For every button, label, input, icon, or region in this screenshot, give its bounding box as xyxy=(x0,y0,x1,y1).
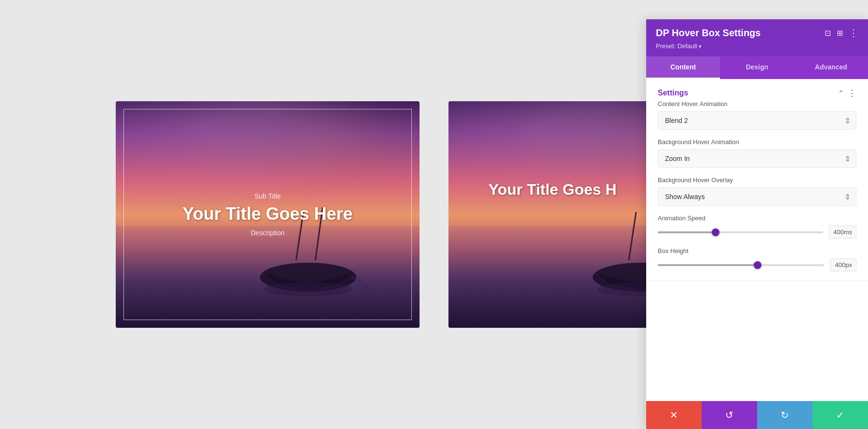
animation-speed-slider-container: 400ms xyxy=(658,226,856,239)
panel-tabs: Content Design Advanced xyxy=(646,56,868,79)
animation-speed-label: Animation Speed xyxy=(658,214,856,222)
panel-header-top: DP Hover Box Settings ⊡ ⊞ ⋮ xyxy=(656,27,858,39)
background-hover-animation-label: Background Hover Animation xyxy=(658,138,856,146)
tab-advanced[interactable]: Advanced xyxy=(794,56,868,79)
card2-text-overlay: Your Title Goes H xyxy=(479,181,722,203)
section-header: Settings ⌃ ⋮ xyxy=(658,88,856,98)
box-height-value: 400px xyxy=(830,258,856,271)
svg-line-4 xyxy=(629,212,636,260)
card1-text-overlay: Sub Title Your Title Goes Here Descripti… xyxy=(146,192,389,237)
background-hover-animation-field: Background Hover Animation Zoom In None … xyxy=(658,138,856,168)
animation-speed-thumb[interactable] xyxy=(712,228,719,236)
card2-title: Your Title Goes H xyxy=(479,181,722,199)
box-height-slider-wrapper xyxy=(658,264,824,266)
screenshot-icon[interactable]: ⊡ xyxy=(825,28,831,38)
svg-point-3 xyxy=(265,282,352,296)
box-height-field: Box Height 400px xyxy=(658,247,856,271)
box-height-label: Box Height xyxy=(658,247,856,255)
tab-content[interactable]: Content xyxy=(646,56,720,79)
tab-design[interactable]: Design xyxy=(720,56,794,79)
panel-footer: ✕ ↺ ↻ ✓ xyxy=(646,401,868,429)
settings-panel: DP Hover Box Settings ⊡ ⊞ ⋮ Preset: Defa… xyxy=(646,19,868,429)
panel-header: DP Hover Box Settings ⊡ ⊞ ⋮ Preset: Defa… xyxy=(646,19,868,56)
section-controls: ⌃ ⋮ xyxy=(838,88,856,98)
redo-button[interactable]: ↻ xyxy=(757,401,813,429)
background-hover-animation-select-wrapper: Zoom In None Zoom Out Fade ⇕ xyxy=(658,149,856,168)
section-chevron-icon[interactable]: ⌃ xyxy=(838,89,844,97)
card1-title: Your Title Goes Here xyxy=(146,204,389,224)
more-icon[interactable]: ⋮ xyxy=(849,27,858,39)
undo-button[interactable]: ↺ xyxy=(702,401,757,429)
settings-section: Settings ⌃ ⋮ Content Hover Animation Ble… xyxy=(646,79,868,281)
save-button[interactable]: ✓ xyxy=(813,401,868,429)
panel-body[interactable]: Settings ⌃ ⋮ Content Hover Animation Ble… xyxy=(646,79,868,401)
preset-label[interactable]: Preset: Default xyxy=(656,42,858,50)
section-title: Settings xyxy=(658,89,688,97)
content-hover-animation-field: Content Hover Animation Blend 2 None Ble… xyxy=(658,100,856,130)
box-height-thumb[interactable] xyxy=(754,261,761,269)
animation-speed-track xyxy=(658,231,823,233)
content-hover-animation-select-wrapper: Blend 2 None Blend 1 Blend 3 Fade ⇕ xyxy=(658,111,856,130)
background-hover-animation-select[interactable]: Zoom In None Zoom Out Fade xyxy=(658,149,856,168)
animation-speed-value: 400ms xyxy=(829,226,856,239)
animation-speed-slider-wrapper xyxy=(658,231,823,233)
card1-subtitle: Sub Title xyxy=(146,192,389,200)
box-height-slider-container: 400px xyxy=(658,258,856,271)
box-height-fill xyxy=(658,264,758,266)
panel-header-icons: ⊡ ⊞ ⋮ xyxy=(825,27,858,39)
content-hover-animation-select[interactable]: Blend 2 None Blend 1 Blend 3 Fade xyxy=(658,111,856,130)
animation-speed-field: Animation Speed 400ms xyxy=(658,214,856,239)
panel-title: DP Hover Box Settings xyxy=(656,27,760,39)
card1-description: Description xyxy=(146,229,389,237)
box-height-track xyxy=(658,264,824,266)
preview-card-1[interactable]: Sub Title Your Title Goes Here Descripti… xyxy=(116,101,420,328)
section-more-icon[interactable]: ⋮ xyxy=(848,88,856,98)
grid-icon[interactable]: ⊞ xyxy=(837,28,843,38)
cancel-button[interactable]: ✕ xyxy=(646,401,702,429)
animation-speed-fill xyxy=(658,231,716,233)
content-hover-animation-label: Content Hover Animation xyxy=(658,100,856,107)
